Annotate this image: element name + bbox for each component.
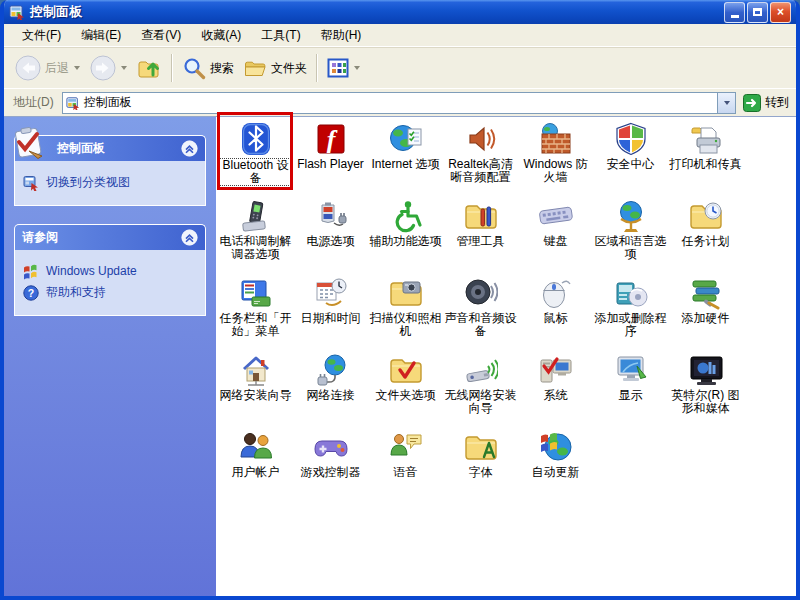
menu-item-2[interactable]: 查看(V)	[131, 24, 191, 47]
title-bar: 控制面板 ×	[4, 0, 796, 24]
menu-item-1[interactable]: 编辑(E)	[71, 24, 131, 47]
menu-item-0[interactable]: 文件(F)	[12, 24, 71, 47]
sidebar-item-label: Windows Update	[46, 264, 137, 279]
back-button[interactable]: 后退	[10, 52, 85, 84]
menu-item-4[interactable]: 工具(T)	[251, 24, 310, 47]
views-button[interactable]	[322, 54, 365, 82]
search-button[interactable]: 搜索	[177, 53, 239, 83]
cp-item-admin-tools[interactable]: 管理工具	[443, 197, 518, 274]
control-panel-window-icon	[9, 4, 25, 20]
minimize-icon	[731, 15, 739, 18]
folders-button[interactable]: 文件夹	[239, 54, 312, 82]
cp-item-intel-graphics[interactable]: 英特尔(R) 图形和媒体	[668, 351, 743, 428]
cp-item-fonts[interactable]: 字体	[443, 428, 518, 505]
user-accounts-icon	[239, 430, 273, 464]
panel-body-see-also: Windows Update?帮助和支持	[14, 250, 206, 316]
cp-item-regional[interactable]: 区域和语言选项	[593, 197, 668, 274]
cp-item-power[interactable]: 电源选项	[293, 197, 368, 274]
cp-item-user-accounts[interactable]: 用户帐户	[218, 428, 293, 505]
go-button[interactable]: 转到	[743, 94, 789, 112]
cp-item-scanners-cameras[interactable]: 扫描仪和照相机	[368, 274, 443, 351]
cp-item-label: 区域和语言选项	[594, 235, 668, 261]
cp-item-add-remove-programs[interactable]: 添加或删除程序	[593, 274, 668, 351]
cp-item-taskbar[interactable]: 任务栏和「开始」菜单	[218, 274, 293, 351]
cp-item-network-connections[interactable]: 网络连接	[293, 351, 368, 428]
sidebar-panel-control-panel: 控制面板 切换到分类视图	[14, 135, 206, 206]
cp-item-label: 打印机和传真	[670, 158, 742, 171]
toolbar-separator	[316, 54, 318, 82]
network-wizard-icon	[239, 353, 273, 387]
views-dropdown-icon	[354, 66, 360, 70]
address-bar: 地址(D) 控制面板 转到	[4, 88, 796, 117]
cp-item-phone-modem[interactable]: 电话和调制解调器选项	[218, 197, 293, 274]
forward-button[interactable]	[85, 52, 132, 84]
cp-item-wireless-wizard[interactable]: 无线网络安装向导	[443, 351, 518, 428]
windows-update-icon	[23, 264, 39, 280]
cp-item-folder-options[interactable]: 文件夹选项	[368, 351, 443, 428]
maximize-button[interactable]	[747, 2, 768, 23]
maximize-icon	[753, 8, 762, 16]
cp-item-system[interactable]: 系统	[518, 351, 593, 428]
wireless-wizard-icon	[464, 353, 498, 387]
menu-item-3[interactable]: 收藏(A)	[191, 24, 251, 47]
cp-item-label: 网络安装向导	[220, 389, 292, 402]
cp-item-firewall[interactable]: Windows 防火墙	[518, 120, 593, 197]
cp-item-printer[interactable]: 打印机和传真	[668, 120, 743, 197]
folders-icon	[244, 57, 267, 79]
cp-item-realtek-audio[interactable]: Realtek高清晰音频配置	[443, 120, 518, 197]
cp-item-flash[interactable]: fFlash Player	[293, 120, 368, 197]
views-icon	[327, 57, 349, 79]
sidebar-item-windows-update[interactable]: Windows Update	[23, 264, 197, 280]
cp-item-label: 网络连接	[307, 389, 355, 402]
sidebar-item-help[interactable]: ?帮助和支持	[23, 285, 197, 301]
menu-item-5[interactable]: 帮助(H)	[311, 24, 372, 47]
cp-item-label: 无线网络安装向导	[444, 389, 518, 415]
search-icon	[182, 56, 206, 80]
up-button[interactable]	[132, 53, 167, 83]
cp-item-game-controllers[interactable]: 游戏控制器	[293, 428, 368, 505]
cp-item-label: 添加或删除程序	[594, 312, 668, 338]
speech-icon	[389, 430, 423, 464]
cp-item-speech[interactable]: 语音	[368, 428, 443, 505]
cp-item-internet[interactable]: Internet 选项	[368, 120, 443, 197]
address-value: 控制面板	[84, 94, 717, 111]
regional-icon	[614, 199, 648, 233]
control-panel-window: 控制面板 × 文件(F)编辑(E)查看(V)收藏(A)工具(T)帮助(H) 后退…	[0, 0, 800, 600]
icon-area: Bluetooth 设备fFlash PlayerInternet 选项Real…	[216, 117, 796, 600]
cp-item-display[interactable]: 显示	[593, 351, 668, 428]
cp-item-label: 文件夹选项	[376, 389, 436, 402]
cp-item-label: 添加硬件	[682, 312, 730, 325]
cp-item-label: Windows 防火墙	[519, 158, 593, 184]
internet-icon	[389, 122, 423, 156]
client-area: 控制面板 切换到分类视图 请参阅 Windows Update?帮助和支持 B	[4, 117, 796, 600]
add-remove-programs-icon	[614, 276, 648, 310]
cp-item-network-wizard[interactable]: 网络安装向导	[218, 351, 293, 428]
address-dropdown-button[interactable]	[717, 93, 735, 113]
back-icon	[15, 55, 41, 81]
search-label: 搜索	[210, 60, 234, 77]
cp-item-label: 字体	[469, 466, 493, 479]
cp-item-accessibility[interactable]: 辅助功能选项	[368, 197, 443, 274]
go-label: 转到	[765, 94, 789, 111]
add-hardware-icon	[689, 276, 723, 310]
close-button[interactable]: ×	[770, 2, 791, 23]
cp-item-keyboard[interactable]: 键盘	[518, 197, 593, 274]
minimize-button[interactable]	[724, 2, 745, 23]
chevron-up-icon[interactable]	[181, 229, 198, 246]
chevron-up-icon[interactable]	[181, 140, 198, 157]
cp-item-auto-updates[interactable]: 自动更新	[518, 428, 593, 505]
cp-item-add-hardware[interactable]: 添加硬件	[668, 274, 743, 351]
forward-dropdown-icon	[121, 66, 127, 70]
panel-header-see-also[interactable]: 请参阅	[14, 224, 206, 250]
cp-item-sounds[interactable]: 声音和音频设备	[443, 274, 518, 351]
cp-item-mouse[interactable]: 鼠标	[518, 274, 593, 351]
cp-item-datetime[interactable]: 日期和时间	[293, 274, 368, 351]
cp-item-scheduled-tasks[interactable]: 任务计划	[668, 197, 743, 274]
keyboard-icon	[539, 199, 573, 233]
address-combo[interactable]: 控制面板	[62, 92, 736, 114]
go-arrow-icon	[743, 94, 761, 112]
cp-item-bluetooth[interactable]: Bluetooth 设备	[218, 120, 293, 197]
sidebar-item-category-view[interactable]: 切换到分类视图	[23, 175, 197, 191]
cp-item-security-center[interactable]: 安全中心	[593, 120, 668, 197]
datetime-icon	[314, 276, 348, 310]
